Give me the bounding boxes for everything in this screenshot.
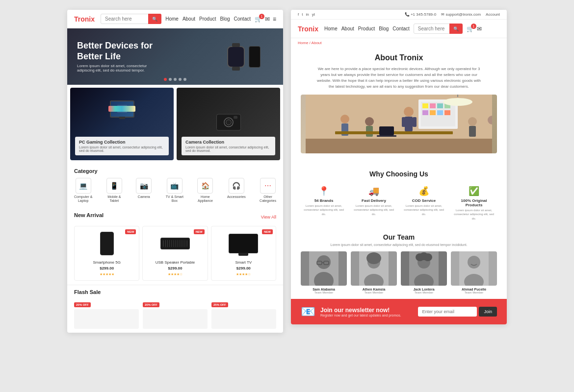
newsletter-form: Join — [418, 307, 497, 317]
sam-name: Sam Alabama — [301, 288, 347, 291]
new-arrival-title: New Arrival — [74, 212, 104, 218]
new-arrival-header: New Arrival View All — [74, 212, 276, 222]
right-email-icon[interactable]: ✉ — [477, 25, 482, 32]
svg-rect-5 — [422, 103, 428, 108]
hero-dot-4[interactable] — [179, 78, 182, 81]
category-tv[interactable]: 📺 TV & SmartBox — [166, 178, 183, 203]
why-cod-title: COD Service — [403, 198, 445, 203]
category-home[interactable]: 🏠 HomeAppliance — [197, 178, 213, 203]
speaker-price: $299.00 — [147, 266, 203, 270]
view-all-link[interactable]: View All — [261, 215, 276, 220]
newsletter-email-input[interactable] — [418, 307, 477, 317]
facebook-icon[interactable]: f — [298, 12, 299, 17]
left-cart-icon[interactable]: 🛒1 — [255, 16, 262, 23]
left-nav-about[interactable]: About — [183, 16, 195, 22]
camera-collection-desc: Lorem ipsum dolor sit amet, consectetur … — [185, 146, 271, 152]
left-email-icon[interactable]: ✉ — [265, 16, 270, 23]
product-smartphone[interactable]: NEW Smartphone 5G $299.00 ★★★★★ — [74, 226, 139, 281]
jack-photo — [401, 251, 447, 286]
category-accessories[interactable]: 🎧 Accessories — [227, 178, 246, 203]
product-speaker[interactable]: NEW USB Speaker Portable $299.00 ★★★★☆ — [142, 226, 208, 281]
hero-dot-2[interactable] — [169, 78, 172, 81]
tv-name: Smart TV — [215, 260, 272, 265]
right-nav-contact[interactable]: Contact — [392, 26, 409, 31]
newsletter-join-button[interactable]: Join — [479, 307, 497, 317]
right-navbar: Tronix Home About Product Blog Contact 🔍… — [291, 20, 507, 38]
flash-item-3[interactable]: 25% OFF — [211, 299, 276, 329]
flash-product-1 — [74, 309, 139, 329]
keyboard-icon — [108, 106, 135, 112]
product-tv[interactable]: NEW Smart TV $299.00 ★★★★☆ — [211, 226, 276, 281]
svg-point-13 — [443, 98, 472, 106]
tv-badge: NEW — [262, 229, 273, 234]
left-logo[interactable]: Tronix — [74, 15, 95, 23]
tv-stars: ★★★★☆ — [215, 272, 272, 276]
flash-product-3 — [211, 309, 276, 329]
category-other[interactable]: ⋯ OtherCategories — [260, 178, 276, 203]
breadcrumb-separator: / — [310, 41, 311, 45]
hero-dot-1[interactable] — [164, 78, 167, 81]
smartphone-name: Smartphone 5G — [78, 260, 135, 265]
category-camera[interactable]: 📷 Camera — [136, 178, 152, 203]
accessories-label: Accessories — [227, 195, 246, 199]
gaming-visual — [74, 92, 170, 126]
left-navbar: Tronix 🔍 Home About Product Blog Contact… — [67, 10, 283, 28]
breadcrumb-current: About — [312, 41, 322, 45]
left-search-button[interactable]: 🔍 — [148, 14, 161, 24]
left-nav-product[interactable]: Product — [199, 16, 216, 22]
team-grid: Sam Alabama Team Member Athen Kamsia Tea… — [301, 251, 497, 294]
twitter-icon[interactable]: t — [302, 12, 303, 17]
tv-label: TV & SmartBox — [166, 195, 183, 203]
gaming-collection-card[interactable]: PC Gaming Collection Lorem ipsum dolor s… — [70, 88, 174, 160]
instagram-icon[interactable]: in — [306, 12, 309, 17]
smartphone-stars: ★★★★★ — [78, 272, 135, 276]
left-nav-blog[interactable]: Blog — [220, 16, 230, 22]
athen-role: Team Member — [351, 291, 397, 294]
brands-icon: 📍 — [303, 186, 345, 196]
why-title: Why Choosing Us — [301, 170, 497, 178]
flash-item-2[interactable]: 20% OFF — [143, 299, 208, 329]
category-title: Category — [74, 168, 276, 174]
about-section: About Tronix We are here to provide a pl… — [291, 48, 507, 165]
youtube-icon[interactable]: yt — [312, 12, 315, 17]
right-nav-blog[interactable]: Blog — [379, 26, 389, 31]
hero-device — [214, 33, 273, 80]
category-computer[interactable]: 💻 Computer &Laptop — [74, 178, 92, 203]
breadcrumb: Home / About — [291, 38, 507, 48]
product-grid: NEW Smartphone 5G $299.00 ★★★★★ NEW USB … — [74, 226, 276, 281]
flash-item-1[interactable]: 20% OFF — [74, 299, 139, 329]
right-account[interactable]: Account — [486, 12, 500, 17]
left-hamburger-icon[interactable]: ≡ — [273, 16, 276, 23]
newsletter-desc: Register now and get our latest updates … — [320, 314, 401, 317]
right-logo[interactable]: Tronix — [298, 25, 318, 33]
smartphone-price: $299.00 — [78, 266, 135, 270]
svg-point-21 — [365, 117, 374, 126]
right-nav-about[interactable]: About — [341, 26, 354, 31]
right-cart-icon[interactable]: 🛒1 — [467, 25, 474, 32]
right-search-button[interactable]: 🔍 — [449, 24, 463, 34]
other-categories-icon: ⋯ — [260, 178, 276, 194]
home-appliance-icon: 🏠 — [197, 178, 213, 194]
speaker-product-icon — [160, 238, 190, 249]
left-nav-contact[interactable]: Contact — [234, 16, 251, 22]
gaming-collection-desc: Lorem ipsum dolor sit amet, consectetur … — [79, 146, 165, 152]
svg-point-46 — [468, 256, 480, 269]
flash-sale-items: 20% OFF 20% OFF 25% OFF — [74, 299, 276, 329]
why-cod: 💰 COD Service Lorem ipsum dolor sit amet… — [401, 183, 447, 223]
camera-collection-card[interactable]: Camera Collection Lorem ipsum dolor sit … — [177, 88, 280, 160]
breadcrumb-home[interactable]: Home — [298, 41, 308, 45]
hero-dots — [164, 78, 186, 81]
collections-section: PC Gaming Collection Lorem ipsum dolor s… — [67, 85, 283, 163]
hero-dot-5[interactable] — [183, 78, 186, 81]
hero-subtitle: Lorem ipsum dolor sit amet, consectetur … — [77, 64, 156, 73]
category-mobile[interactable]: 📱 Mobile &Tablet — [106, 178, 122, 203]
hero-dot-3[interactable] — [174, 78, 177, 81]
why-grid: 📍 54 Brands Lorem ipsum dolor sit amet, … — [301, 183, 497, 223]
right-nav-product[interactable]: Product — [358, 26, 375, 31]
right-nav-home[interactable]: Home — [324, 26, 338, 31]
left-nav-home[interactable]: Home — [165, 16, 179, 22]
athen-photo — [351, 251, 397, 286]
about-desc: We are here to provide a place special f… — [315, 66, 482, 90]
svg-point-44 — [423, 253, 432, 261]
why-section: Why Choosing Us 📍 54 Brands Lorem ipsum … — [291, 165, 507, 228]
